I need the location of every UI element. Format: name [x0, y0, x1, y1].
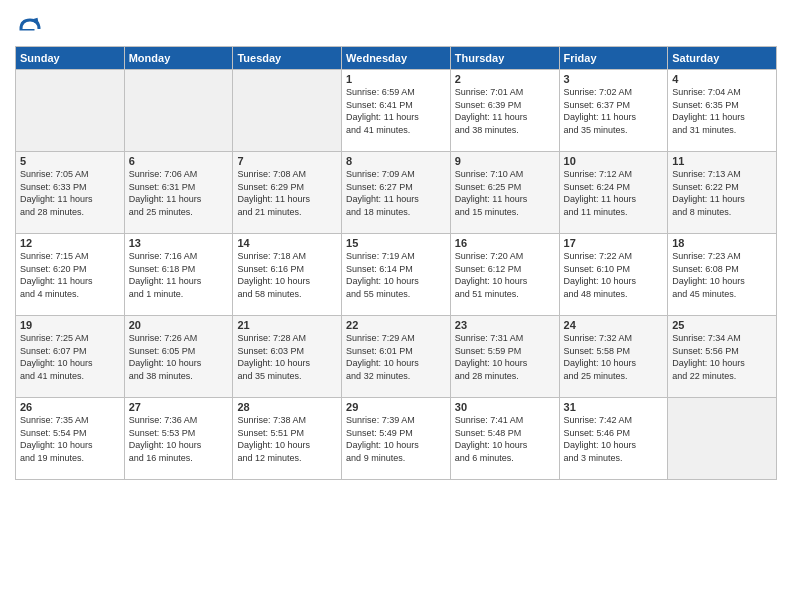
- calendar-cell: 12Sunrise: 7:15 AM Sunset: 6:20 PM Dayli…: [16, 234, 125, 316]
- day-info: Sunrise: 7:42 AM Sunset: 5:46 PM Dayligh…: [564, 414, 664, 464]
- day-info: Sunrise: 7:19 AM Sunset: 6:14 PM Dayligh…: [346, 250, 446, 300]
- svg-rect-0: [20, 29, 35, 31]
- day-info: Sunrise: 7:02 AM Sunset: 6:37 PM Dayligh…: [564, 86, 664, 136]
- calendar-week-3: 12Sunrise: 7:15 AM Sunset: 6:20 PM Dayli…: [16, 234, 777, 316]
- day-info: Sunrise: 7:29 AM Sunset: 6:01 PM Dayligh…: [346, 332, 446, 382]
- calendar-cell: 14Sunrise: 7:18 AM Sunset: 6:16 PM Dayli…: [233, 234, 342, 316]
- day-header-friday: Friday: [559, 47, 668, 70]
- calendar-cell: 3Sunrise: 7:02 AM Sunset: 6:37 PM Daylig…: [559, 70, 668, 152]
- day-info: Sunrise: 7:38 AM Sunset: 5:51 PM Dayligh…: [237, 414, 337, 464]
- calendar-table: SundayMondayTuesdayWednesdayThursdayFrid…: [15, 46, 777, 480]
- header: [15, 10, 777, 44]
- day-info: Sunrise: 7:23 AM Sunset: 6:08 PM Dayligh…: [672, 250, 772, 300]
- day-info: Sunrise: 7:12 AM Sunset: 6:24 PM Dayligh…: [564, 168, 664, 218]
- day-info: Sunrise: 7:28 AM Sunset: 6:03 PM Dayligh…: [237, 332, 337, 382]
- day-number: 10: [564, 155, 664, 167]
- calendar-cell: 17Sunrise: 7:22 AM Sunset: 6:10 PM Dayli…: [559, 234, 668, 316]
- day-info: Sunrise: 7:04 AM Sunset: 6:35 PM Dayligh…: [672, 86, 772, 136]
- calendar-cell: [124, 70, 233, 152]
- day-info: Sunrise: 7:34 AM Sunset: 5:56 PM Dayligh…: [672, 332, 772, 382]
- calendar-cell: 28Sunrise: 7:38 AM Sunset: 5:51 PM Dayli…: [233, 398, 342, 480]
- calendar-cell: 20Sunrise: 7:26 AM Sunset: 6:05 PM Dayli…: [124, 316, 233, 398]
- calendar-cell: 10Sunrise: 7:12 AM Sunset: 6:24 PM Dayli…: [559, 152, 668, 234]
- day-number: 2: [455, 73, 555, 85]
- calendar-cell: 18Sunrise: 7:23 AM Sunset: 6:08 PM Dayli…: [668, 234, 777, 316]
- day-number: 19: [20, 319, 120, 331]
- calendar-cell: 19Sunrise: 7:25 AM Sunset: 6:07 PM Dayli…: [16, 316, 125, 398]
- calendar-cell: 13Sunrise: 7:16 AM Sunset: 6:18 PM Dayli…: [124, 234, 233, 316]
- day-header-tuesday: Tuesday: [233, 47, 342, 70]
- calendar-cell: 29Sunrise: 7:39 AM Sunset: 5:49 PM Dayli…: [342, 398, 451, 480]
- calendar-cell: 6Sunrise: 7:06 AM Sunset: 6:31 PM Daylig…: [124, 152, 233, 234]
- calendar-cell: 2Sunrise: 7:01 AM Sunset: 6:39 PM Daylig…: [450, 70, 559, 152]
- day-info: Sunrise: 7:13 AM Sunset: 6:22 PM Dayligh…: [672, 168, 772, 218]
- day-number: 18: [672, 237, 772, 249]
- day-number: 20: [129, 319, 229, 331]
- day-info: Sunrise: 7:18 AM Sunset: 6:16 PM Dayligh…: [237, 250, 337, 300]
- header-row: SundayMondayTuesdayWednesdayThursdayFrid…: [16, 47, 777, 70]
- day-header-saturday: Saturday: [668, 47, 777, 70]
- calendar-cell: [668, 398, 777, 480]
- day-info: Sunrise: 7:25 AM Sunset: 6:07 PM Dayligh…: [20, 332, 120, 382]
- day-info: Sunrise: 7:39 AM Sunset: 5:49 PM Dayligh…: [346, 414, 446, 464]
- day-number: 16: [455, 237, 555, 249]
- logo-icon: [15, 14, 45, 44]
- day-number: 9: [455, 155, 555, 167]
- calendar-cell: 11Sunrise: 7:13 AM Sunset: 6:22 PM Dayli…: [668, 152, 777, 234]
- day-info: Sunrise: 7:31 AM Sunset: 5:59 PM Dayligh…: [455, 332, 555, 382]
- day-number: 11: [672, 155, 772, 167]
- day-number: 12: [20, 237, 120, 249]
- day-header-monday: Monday: [124, 47, 233, 70]
- day-number: 17: [564, 237, 664, 249]
- day-info: Sunrise: 7:26 AM Sunset: 6:05 PM Dayligh…: [129, 332, 229, 382]
- day-header-thursday: Thursday: [450, 47, 559, 70]
- day-info: Sunrise: 7:06 AM Sunset: 6:31 PM Dayligh…: [129, 168, 229, 218]
- day-info: Sunrise: 7:01 AM Sunset: 6:39 PM Dayligh…: [455, 86, 555, 136]
- day-number: 14: [237, 237, 337, 249]
- day-number: 6: [129, 155, 229, 167]
- calendar-cell: 22Sunrise: 7:29 AM Sunset: 6:01 PM Dayli…: [342, 316, 451, 398]
- day-info: Sunrise: 7:08 AM Sunset: 6:29 PM Dayligh…: [237, 168, 337, 218]
- day-number: 7: [237, 155, 337, 167]
- day-number: 8: [346, 155, 446, 167]
- calendar-cell: 16Sunrise: 7:20 AM Sunset: 6:12 PM Dayli…: [450, 234, 559, 316]
- calendar-body: 1Sunrise: 6:59 AM Sunset: 6:41 PM Daylig…: [16, 70, 777, 480]
- calendar-cell: 27Sunrise: 7:36 AM Sunset: 5:53 PM Dayli…: [124, 398, 233, 480]
- day-number: 13: [129, 237, 229, 249]
- day-info: Sunrise: 7:10 AM Sunset: 6:25 PM Dayligh…: [455, 168, 555, 218]
- calendar-cell: 23Sunrise: 7:31 AM Sunset: 5:59 PM Dayli…: [450, 316, 559, 398]
- day-info: Sunrise: 7:41 AM Sunset: 5:48 PM Dayligh…: [455, 414, 555, 464]
- day-info: Sunrise: 7:16 AM Sunset: 6:18 PM Dayligh…: [129, 250, 229, 300]
- calendar-week-4: 19Sunrise: 7:25 AM Sunset: 6:07 PM Dayli…: [16, 316, 777, 398]
- day-info: Sunrise: 7:20 AM Sunset: 6:12 PM Dayligh…: [455, 250, 555, 300]
- day-number: 22: [346, 319, 446, 331]
- day-number: 21: [237, 319, 337, 331]
- day-number: 26: [20, 401, 120, 413]
- day-number: 29: [346, 401, 446, 413]
- day-number: 30: [455, 401, 555, 413]
- day-info: Sunrise: 7:15 AM Sunset: 6:20 PM Dayligh…: [20, 250, 120, 300]
- day-info: Sunrise: 7:36 AM Sunset: 5:53 PM Dayligh…: [129, 414, 229, 464]
- calendar-cell: 1Sunrise: 6:59 AM Sunset: 6:41 PM Daylig…: [342, 70, 451, 152]
- logo: [15, 14, 49, 44]
- calendar-cell: 21Sunrise: 7:28 AM Sunset: 6:03 PM Dayli…: [233, 316, 342, 398]
- calendar-cell: [16, 70, 125, 152]
- day-header-sunday: Sunday: [16, 47, 125, 70]
- day-info: Sunrise: 7:32 AM Sunset: 5:58 PM Dayligh…: [564, 332, 664, 382]
- calendar-week-5: 26Sunrise: 7:35 AM Sunset: 5:54 PM Dayli…: [16, 398, 777, 480]
- calendar-cell: [233, 70, 342, 152]
- day-info: Sunrise: 7:22 AM Sunset: 6:10 PM Dayligh…: [564, 250, 664, 300]
- page-container: SundayMondayTuesdayWednesdayThursdayFrid…: [0, 0, 792, 485]
- day-number: 28: [237, 401, 337, 413]
- day-number: 24: [564, 319, 664, 331]
- calendar-header: SundayMondayTuesdayWednesdayThursdayFrid…: [16, 47, 777, 70]
- calendar-cell: 4Sunrise: 7:04 AM Sunset: 6:35 PM Daylig…: [668, 70, 777, 152]
- calendar-week-2: 5Sunrise: 7:05 AM Sunset: 6:33 PM Daylig…: [16, 152, 777, 234]
- calendar-cell: 31Sunrise: 7:42 AM Sunset: 5:46 PM Dayli…: [559, 398, 668, 480]
- day-info: Sunrise: 6:59 AM Sunset: 6:41 PM Dayligh…: [346, 86, 446, 136]
- calendar-cell: 24Sunrise: 7:32 AM Sunset: 5:58 PM Dayli…: [559, 316, 668, 398]
- calendar-cell: 25Sunrise: 7:34 AM Sunset: 5:56 PM Dayli…: [668, 316, 777, 398]
- day-number: 25: [672, 319, 772, 331]
- calendar-cell: 15Sunrise: 7:19 AM Sunset: 6:14 PM Dayli…: [342, 234, 451, 316]
- calendar-cell: 7Sunrise: 7:08 AM Sunset: 6:29 PM Daylig…: [233, 152, 342, 234]
